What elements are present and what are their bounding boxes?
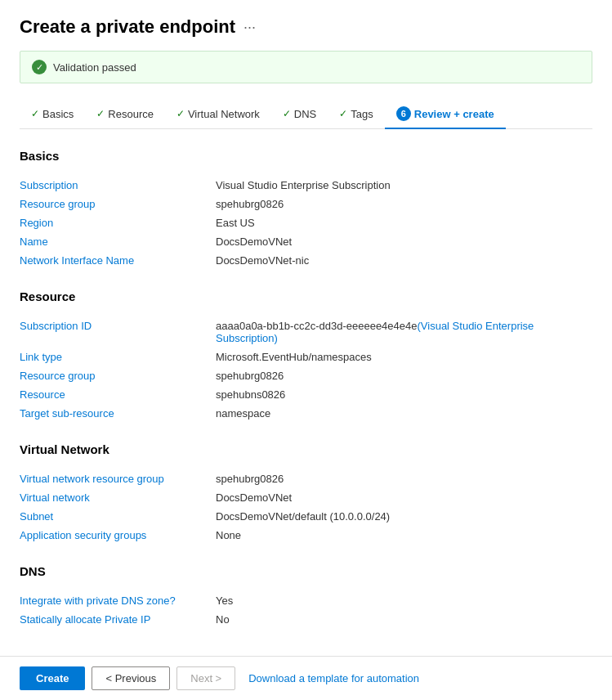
tab-dns[interactable]: ✓ DNS xyxy=(271,101,328,128)
label-resource: Resource xyxy=(20,388,216,401)
tab-basics[interactable]: ✓ Basics xyxy=(20,101,85,128)
value-static-ip: No xyxy=(216,613,592,626)
label-app-security-groups: Application security groups xyxy=(20,529,216,541)
label-link-type: Link type xyxy=(20,351,216,363)
resource-section-title: Resource xyxy=(20,289,592,307)
create-button[interactable]: Create xyxy=(20,666,85,690)
tab-review-badge: 6 xyxy=(396,106,411,121)
tab-dns-label: DNS xyxy=(294,108,316,120)
tab-vnet-check: ✓ xyxy=(176,108,185,119)
basics-section-title: Basics xyxy=(20,149,592,166)
dns-section: DNS Integrate with private DNS zone? Yes… xyxy=(20,564,592,629)
value-resource: spehubns0826 xyxy=(216,388,592,401)
value-region: East US xyxy=(216,217,592,229)
label-static-ip: Statically allocate Private IP xyxy=(20,613,216,626)
value-name: DocsDemoVNet xyxy=(216,236,592,248)
subscription-id-link: (Visual Studio Enterprise Subscription) xyxy=(216,320,534,344)
row-vnet-resource-group: Virtual network resource group spehubrg0… xyxy=(20,469,592,488)
row-region: Region East US xyxy=(20,213,592,232)
previous-button[interactable]: < Previous xyxy=(92,666,170,690)
value-resource-group-resource: spehubrg0826 xyxy=(216,370,592,382)
label-resource-group-basics: Resource group xyxy=(20,198,216,210)
validation-text: Validation passed xyxy=(53,61,136,74)
row-target-sub-resource: Target sub-resource namespace xyxy=(20,404,592,423)
tab-resource-label: Resource xyxy=(108,108,154,120)
vnet-section-title: Virtual Network xyxy=(20,442,592,460)
row-subscription: Subscription Visual Studio Enterprise Su… xyxy=(20,176,592,195)
row-virtual-network: Virtual network DocsDemoVNet xyxy=(20,488,592,507)
value-link-type: Microsoft.EventHub/namespaces xyxy=(216,351,592,363)
tab-basics-label: Basics xyxy=(42,108,74,120)
basics-section: Basics Subscription Visual Studio Enterp… xyxy=(20,149,592,270)
tab-resource[interactable]: ✓ Resource xyxy=(85,101,165,128)
label-integrate-dns: Integrate with private DNS zone? xyxy=(20,595,216,607)
more-options-icon[interactable]: ··· xyxy=(243,19,256,36)
wizard-tabs: ✓ Basics ✓ Resource ✓ Virtual Network ✓ … xyxy=(20,100,592,129)
label-vnet-resource-group: Virtual network resource group xyxy=(20,473,216,485)
row-link-type: Link type Microsoft.EventHub/namespaces xyxy=(20,348,592,366)
label-region: Region xyxy=(20,217,216,229)
value-vnet-resource-group: spehubrg0826 xyxy=(216,473,592,485)
tab-tags-check: ✓ xyxy=(339,108,347,119)
tab-resource-check: ✓ xyxy=(96,108,105,119)
label-subnet: Subnet xyxy=(20,510,216,523)
row-static-ip: Statically allocate Private IP No xyxy=(20,610,592,629)
review-content: Basics Subscription Visual Studio Enterp… xyxy=(20,149,592,700)
tab-review-create[interactable]: 6 Review + create xyxy=(385,100,506,129)
row-resource: Resource spehubns0826 xyxy=(20,385,592,404)
label-subscription-id: Subscription ID xyxy=(20,320,216,344)
value-subscription: Visual Studio Enterprise Subscription xyxy=(216,179,592,191)
validation-banner: ✓ Validation passed xyxy=(20,51,592,83)
tab-tags-label: Tags xyxy=(351,108,373,120)
next-button[interactable]: Next > xyxy=(176,666,235,690)
value-resource-group-basics: spehubrg0826 xyxy=(216,198,592,210)
row-integrate-dns: Integrate with private DNS zone? Yes xyxy=(20,591,592,610)
tab-virtual-network[interactable]: ✓ Virtual Network xyxy=(165,101,271,128)
dns-section-title: DNS xyxy=(20,564,592,581)
tab-basics-check: ✓ xyxy=(31,108,39,119)
tab-vnet-label: Virtual Network xyxy=(188,108,260,120)
row-subnet: Subnet DocsDemoVNet/default (10.0.0.0/24… xyxy=(20,507,592,526)
label-target-sub-resource: Target sub-resource xyxy=(20,407,216,420)
page-title: Create a private endpoint xyxy=(20,16,235,38)
row-app-security-groups: Application security groups None xyxy=(20,526,592,545)
value-integrate-dns: Yes xyxy=(216,595,592,607)
resource-section: Resource Subscription ID aaaa0a0a-bb1b-c… xyxy=(20,289,592,423)
row-nic-name: Network Interface Name DocsDemoVNet-nic xyxy=(20,251,592,270)
row-resource-group-resource: Resource group spehubrg0826 xyxy=(20,366,592,385)
row-name: Name DocsDemoVNet xyxy=(20,232,592,251)
label-nic-name: Network Interface Name xyxy=(20,254,216,267)
value-nic-name: DocsDemoVNet-nic xyxy=(216,254,592,267)
value-virtual-network: DocsDemoVNet xyxy=(216,491,592,504)
row-subscription-id: Subscription ID aaaa0a0a-bb1b-cc2c-dd3d-… xyxy=(20,316,592,348)
value-target-sub-resource: namespace xyxy=(216,407,592,420)
tab-tags[interactable]: ✓ Tags xyxy=(328,101,384,128)
label-subscription: Subscription xyxy=(20,179,216,191)
virtual-network-section: Virtual Network Virtual network resource… xyxy=(20,442,592,545)
value-app-security-groups: None xyxy=(216,529,592,541)
value-subnet: DocsDemoVNet/default (10.0.0.0/24) xyxy=(216,510,592,523)
label-resource-group-resource: Resource group xyxy=(20,370,216,382)
tab-review-label: Review + create xyxy=(414,108,494,120)
row-resource-group-basics: Resource group spehubrg0826 xyxy=(20,195,592,213)
validation-check-icon: ✓ xyxy=(32,60,47,74)
label-name: Name xyxy=(20,236,216,248)
tab-dns-check: ✓ xyxy=(283,108,291,119)
bottom-action-bar: Create < Previous Next > Download a temp… xyxy=(0,656,612,700)
label-virtual-network: Virtual network xyxy=(20,491,216,504)
download-template-link[interactable]: Download a template for automation xyxy=(248,672,419,684)
value-subscription-id: aaaa0a0a-bb1b-cc2c-dd3d-eeeeee4e4e4e(Vis… xyxy=(216,320,592,344)
